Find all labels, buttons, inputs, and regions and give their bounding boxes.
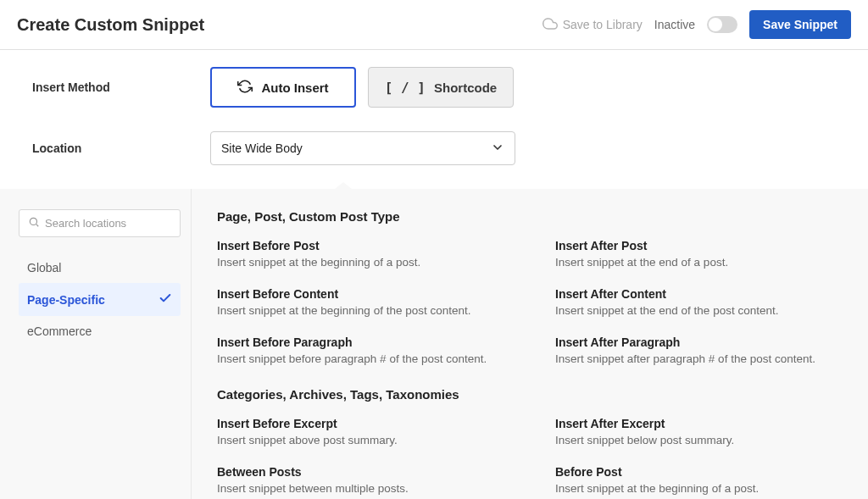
location-option[interactable]: Insert After Content Insert snippet at t… bbox=[555, 287, 843, 317]
location-desc: Insert snippet at the beginning of the p… bbox=[217, 304, 504, 317]
header: Create Custom Snippet Save to Library In… bbox=[0, 0, 868, 50]
location-title: Insert After Excerpt bbox=[555, 417, 843, 430]
location-desc: Insert snippet at the beginning of a pos… bbox=[555, 482, 843, 495]
location-title: Between Posts bbox=[217, 465, 504, 479]
svg-point-0 bbox=[30, 218, 36, 225]
sidebar-item-page-specific[interactable]: Page-Specific bbox=[19, 283, 181, 316]
refresh-icon bbox=[237, 79, 253, 97]
location-option[interactable]: Between Posts Insert snippet between mul… bbox=[217, 465, 504, 495]
form-area: Insert Method Auto Insert [ / ] Shortcod… bbox=[0, 50, 868, 189]
location-title: Insert After Post bbox=[555, 239, 843, 252]
location-desc: Insert snippet at the beginning of a pos… bbox=[217, 256, 504, 269]
shortcode-label: Shortcode bbox=[434, 80, 497, 95]
location-option[interactable]: Insert After Excerpt Insert snippet belo… bbox=[555, 417, 843, 446]
panel-arrow bbox=[335, 182, 352, 189]
chevron-down-icon bbox=[491, 141, 504, 157]
location-title: Insert After Content bbox=[555, 287, 843, 301]
location-label: Location bbox=[32, 141, 210, 155]
location-option[interactable]: Insert Before Excerpt Insert snippet abo… bbox=[217, 417, 504, 446]
location-option[interactable]: Insert Before Paragraph Insert snippet b… bbox=[217, 335, 504, 365]
location-option[interactable]: Insert Before Post Insert snippet at the… bbox=[217, 239, 504, 269]
svg-line-1 bbox=[36, 225, 39, 227]
category-list: Global Page-Specific eCommerce bbox=[19, 252, 181, 347]
search-icon bbox=[28, 216, 40, 230]
insert-method-options: Auto Insert [ / ] Shortcode bbox=[210, 67, 514, 108]
active-toggle[interactable] bbox=[707, 16, 737, 33]
location-option[interactable]: Before Post Insert snippet at the beginn… bbox=[555, 465, 843, 495]
header-actions: Save to Library Inactive Save Snippet bbox=[542, 10, 851, 39]
sidebar-item-label: eCommerce bbox=[27, 324, 92, 338]
location-desc: Insert snippet at the end of the post co… bbox=[555, 304, 843, 317]
page-title: Create Custom Snippet bbox=[17, 15, 204, 35]
search-input[interactable] bbox=[45, 217, 171, 230]
status-label: Inactive bbox=[654, 18, 695, 31]
sidebar-item-ecommerce[interactable]: eCommerce bbox=[19, 316, 181, 347]
auto-insert-option[interactable]: Auto Insert bbox=[210, 67, 356, 108]
location-title: Insert Before Content bbox=[217, 287, 504, 301]
location-title: Before Post bbox=[555, 465, 843, 479]
save-to-library-button[interactable]: Save to Library bbox=[542, 16, 643, 34]
location-select[interactable]: Site Wide Body bbox=[210, 131, 515, 165]
location-desc: Insert snippet after paragraph # of the … bbox=[555, 352, 843, 365]
location-option[interactable]: Insert After Paragraph Insert snippet af… bbox=[555, 335, 843, 365]
location-row: Location Site Wide Body bbox=[32, 131, 836, 165]
shortcode-icon: [ / ] bbox=[385, 80, 426, 96]
location-sidebar: Global Page-Specific eCommerce bbox=[0, 189, 191, 499]
insert-method-row: Insert Method Auto Insert [ / ] Shortcod… bbox=[32, 67, 836, 108]
sidebar-item-global[interactable]: Global bbox=[19, 252, 181, 283]
search-locations-box[interactable] bbox=[19, 209, 181, 237]
location-title: Insert Before Paragraph bbox=[217, 335, 504, 349]
location-desc: Insert snippet at the end of a post. bbox=[555, 256, 843, 269]
location-value: Site Wide Body bbox=[221, 141, 303, 155]
location-desc: Insert snippet between multiple posts. bbox=[217, 482, 504, 495]
location-grid-1: Insert Before Post Insert snippet at the… bbox=[217, 239, 843, 365]
location-title: Insert After Paragraph bbox=[555, 335, 843, 349]
check-icon bbox=[159, 291, 172, 308]
location-title: Insert Before Excerpt bbox=[217, 417, 504, 430]
location-content: Page, Post, Custom Post Type Insert Befo… bbox=[191, 189, 868, 499]
location-desc: Insert snippet below post summary. bbox=[555, 434, 843, 446]
location-title: Insert Before Post bbox=[217, 239, 504, 252]
insert-method-label: Insert Method bbox=[32, 80, 210, 94]
shortcode-option[interactable]: [ / ] Shortcode bbox=[368, 67, 514, 108]
save-to-library-label: Save to Library bbox=[563, 18, 643, 31]
section-heading: Categories, Archives, Tags, Taxonomies bbox=[217, 387, 843, 402]
sidebar-item-label: Global bbox=[27, 261, 61, 274]
location-select-wrap: Site Wide Body bbox=[210, 131, 515, 165]
location-option[interactable]: Insert Before Content Insert snippet at … bbox=[217, 287, 504, 317]
cloud-icon bbox=[542, 16, 558, 34]
sidebar-item-label: Page-Specific bbox=[27, 293, 105, 307]
auto-insert-label: Auto Insert bbox=[261, 80, 328, 95]
location-option[interactable]: Insert After Post Insert snippet at the … bbox=[555, 239, 843, 269]
location-desc: Insert snippet above post summary. bbox=[217, 434, 504, 446]
save-snippet-button[interactable]: Save Snippet bbox=[749, 10, 851, 39]
location-desc: Insert snippet before paragraph # of the… bbox=[217, 352, 504, 365]
section-heading: Page, Post, Custom Post Type bbox=[217, 209, 843, 224]
location-panel: Global Page-Specific eCommerce Page, Pos… bbox=[0, 189, 868, 499]
location-grid-2: Insert Before Excerpt Insert snippet abo… bbox=[217, 417, 843, 495]
